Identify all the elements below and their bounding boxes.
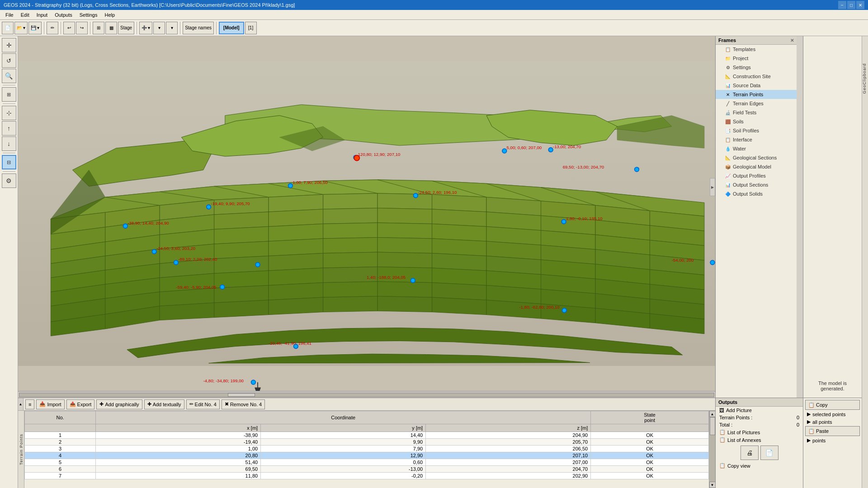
table-row[interactable]: 2 -19,40 9,90 205,70 OK <box>25 439 709 446</box>
frame-item-output-solids[interactable]: 🔷Output Solids <box>716 189 797 198</box>
table-view-button[interactable]: ≡ <box>25 399 34 409</box>
print-button[interactable]: 🖨 <box>741 446 759 460</box>
table-row[interactable]: 6 69,50 -13,00 204,70 OK <box>25 466 709 473</box>
frame-item-terrain-edges[interactable]: ╱Terrain Edges <box>716 99 797 108</box>
frame-item-settings[interactable]: ⚙Settings <box>716 63 797 72</box>
table-scrollbar[interactable]: ▲ ▼ <box>709 411 715 488</box>
down-arrow-button[interactable]: ↓ <box>2 136 16 151</box>
frame-item-field-tests[interactable]: 🔬Field Tests <box>716 108 797 117</box>
redo-button[interactable]: ↪ <box>76 22 88 34</box>
cell-y: 12,90 <box>261 452 426 459</box>
scroll-down-button[interactable]: ▼ <box>709 482 716 488</box>
menu-edit[interactable]: Edit <box>17 11 33 19</box>
all-points-label: all points <box>812 419 832 425</box>
add-dropdown-button[interactable]: ➕ ▾ <box>139 22 152 34</box>
table-row[interactable]: 1 -38,90 14,40 204,90 OK <box>25 432 709 439</box>
scroll-track[interactable] <box>19 393 714 397</box>
frame-item-geological-model[interactable]: 📦Geological Model <box>716 162 797 171</box>
add-textually-button[interactable]: ✚ Add textually <box>144 399 184 409</box>
menu-input[interactable]: Input <box>33 11 51 19</box>
cell-z: 204,70 <box>426 466 591 473</box>
preview-button[interactable]: 📄 <box>760 446 778 460</box>
menu-outputs[interactable]: Outputs <box>51 11 76 19</box>
frames-close-button[interactable]: ✕ <box>790 38 794 43</box>
frame-item-geological-sections[interactable]: 📐Geological Sections <box>716 153 797 162</box>
menu-help[interactable]: Help <box>101 11 118 19</box>
frame-item-templates[interactable]: 📋Templates <box>716 45 797 54</box>
data-table[interactable]: No. Coordinate Statepoint x [m] y [m] z … <box>24 411 709 488</box>
edit-mode-button[interactable]: ✏ <box>47 22 58 34</box>
remove-no4-button[interactable]: ✖ Remove No. 4 <box>222 399 265 409</box>
selected-points-expand[interactable]: ▶ selected points <box>805 411 860 418</box>
menu-file[interactable]: File <box>2 11 17 19</box>
scroll-thumb-vertical[interactable] <box>710 417 715 435</box>
import-button[interactable]: 📥 Import <box>36 399 64 409</box>
move-tool-button[interactable]: ✛ <box>2 38 16 52</box>
zoom-extents-button[interactable]: ⊞ <box>2 87 16 102</box>
frame-item-soil-profiles[interactable]: 📑Soil Profiles <box>716 126 797 135</box>
frame-item-output-sections[interactable]: 📊Output Sections <box>716 180 797 189</box>
add-picture-item[interactable]: 🖼 Add Picture <box>716 407 803 414</box>
save-button[interactable]: 💾 ▾ <box>28 22 42 34</box>
stage-names-button[interactable]: Stage names <box>183 22 214 34</box>
table-row[interactable]: 3 1,00 7,90 206,50 OK <box>25 446 709 452</box>
maximize-button[interactable]: □ <box>847 1 855 9</box>
copy-button[interactable]: 📋 Copy <box>805 400 860 410</box>
cross-section-button[interactable]: ⊞ <box>93 22 104 34</box>
edit-no4-button[interactable]: ✏ Edit No. 4 <box>186 399 220 409</box>
frame-item-interface[interactable]: 📋Interface <box>716 135 797 144</box>
undo-button[interactable]: ↩ <box>63 22 75 34</box>
scroll-track-vertical[interactable] <box>709 417 716 482</box>
search-tool-button[interactable]: 🔍 <box>2 69 16 83</box>
frame-item-terrain-points[interactable]: ✕Terrain Points <box>716 90 797 99</box>
close-button[interactable]: ✕ <box>856 1 864 9</box>
col-header-no: No. <box>25 411 96 424</box>
frame-label-water: Water <box>733 146 746 151</box>
frame-item-construction-site[interactable]: 📐Construction Site <box>716 72 797 81</box>
model-button[interactable]: [Model] <box>219 22 244 34</box>
frame-item-project[interactable]: 📁Project <box>716 54 797 63</box>
menu-settings[interactable]: Settings <box>76 11 101 19</box>
frames-header: Frames ✕ <box>716 36 797 45</box>
minimize-button[interactable]: − <box>838 1 846 9</box>
list-pictures-item[interactable]: 📋 List of Pictures <box>716 428 803 436</box>
panel-collapse-button[interactable]: ▶ <box>710 178 715 196</box>
view-dropdown-button[interactable]: ▾ <box>166 22 178 34</box>
grid-view-button[interactable]: ⊟ <box>2 155 16 169</box>
separator-4 <box>137 22 137 34</box>
copy-view-item[interactable]: 📋 Copy view <box>716 462 803 469</box>
table-row[interactable]: 5 51,40 0,60 207,00 OK <box>25 459 709 466</box>
expand-button[interactable]: ▾ <box>153 22 165 34</box>
frame-item-source-data[interactable]: 📊Source Data <box>716 81 797 90</box>
points-expand[interactable]: ▶ points <box>805 437 860 444</box>
vertex-tool-button[interactable]: ⊹ <box>2 106 16 120</box>
app-title: GEOS 2024 - Stratigraphy (32 bit) (Logs,… <box>4 2 838 8</box>
open-button[interactable]: 📂 ▾ <box>14 22 28 34</box>
add-graphically-button[interactable]: ✚ Add graphically <box>96 399 142 409</box>
scroll-thumb[interactable] <box>228 393 255 397</box>
settings-tool-button[interactable]: ⚙ <box>2 174 16 188</box>
scroll-up-button[interactable]: ▲ <box>709 411 716 417</box>
pattern-button[interactable]: ▦ <box>105 22 117 34</box>
up-arrow-button[interactable]: ↑ <box>2 121 16 136</box>
table-row[interactable]: 4 20,80 12,90 207,10 OK <box>25 452 709 459</box>
tab1-button[interactable]: [1] <box>245 22 257 34</box>
right-panel-wrapper: Frames ✕ 📋Templates📁Project⚙Settings📐Con… <box>715 36 803 488</box>
menu-bar: File Edit Input Outputs Settings Help <box>0 10 868 20</box>
frame-item-water[interactable]: 💧Water <box>716 144 797 153</box>
table-row[interactable]: 7 11,80 -0,20 202,90 OK <box>25 473 709 479</box>
frame-item-soils[interactable]: 🟫Soils <box>716 117 797 126</box>
viewport-3d[interactable]: 5,00; 0,60; 207,00 -13,00; 204,70 69,50;… <box>18 36 715 391</box>
all-points-expand[interactable]: ▶ all points <box>805 418 860 425</box>
rotate-tool-button[interactable]: ↺ <box>2 53 16 68</box>
separator-5 <box>180 22 180 34</box>
export-button[interactable]: 📤 Export <box>66 399 95 409</box>
cell-state: OK <box>591 432 709 439</box>
paste-button[interactable]: 📋 Paste <box>805 426 860 436</box>
new-button[interactable]: 📄 <box>2 22 14 34</box>
stage-button[interactable]: Stage <box>118 22 134 34</box>
panel-toggle-button[interactable]: ▲ <box>18 398 24 411</box>
viewport-scrollbar[interactable] <box>18 391 715 398</box>
list-annexes-item[interactable]: 📋 List of Annexes <box>716 436 803 444</box>
frame-item-output-profiles[interactable]: 📈Output Profiles <box>716 171 797 180</box>
